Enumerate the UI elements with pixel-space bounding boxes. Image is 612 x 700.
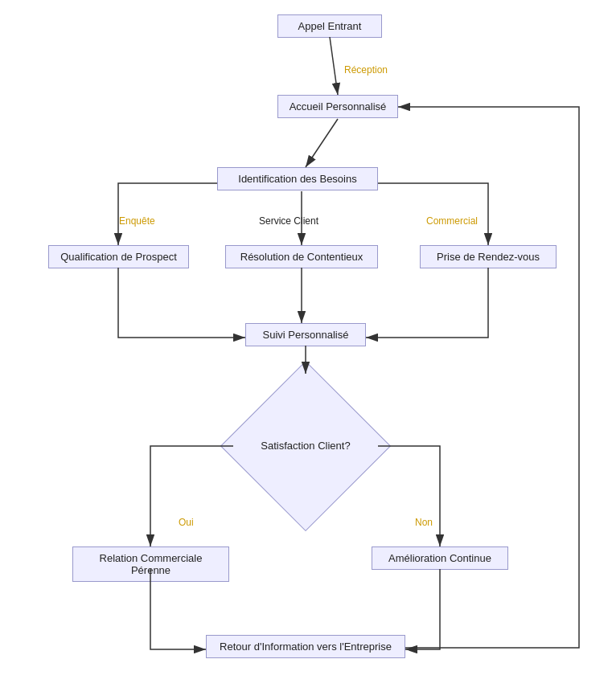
qualification-box: Qualification de Prospect [48,245,189,268]
relation-label: Relation Commerciale Pérenne [100,552,203,576]
appel-entrant-label: Appel Entrant [298,20,362,32]
satisfaction-label: Satisfaction Client? [261,439,350,453]
prise-rdv-box: Prise de Rendez-vous [420,245,557,268]
amelioration-box: Amélioration Continue [372,546,508,570]
resolution-box: Résolution de Contentieux [225,245,378,268]
non-label: Non [415,517,433,528]
retour-label: Retour d'Information vers l'Entreprise [220,641,392,653]
oui-label: Oui [179,517,194,528]
identification-label: Identification des Besoins [238,173,356,185]
commercial-label: Commercial [426,215,478,227]
retour-box: Retour d'Information vers l'Entreprise [206,635,405,658]
svg-line-2 [306,119,338,167]
identification-box: Identification des Besoins [217,167,378,190]
qualification-label: Qualification de Prospect [60,251,177,263]
enquete-label: Enquête [119,215,155,227]
svg-line-1 [330,37,338,95]
amelioration-label: Amélioration Continue [388,552,491,564]
service-client-label: Service Client [259,215,318,227]
prise-rdv-label: Prise de Rendez-vous [437,251,540,263]
accueil-box: Accueil Personnalisé [277,95,398,118]
relation-box: Relation Commerciale Pérenne [72,546,229,582]
resolution-label: Résolution de Contentieux [240,251,364,263]
suivi-box: Suivi Personnalisé [245,323,366,346]
satisfaction-wrapper: Satisfaction Client? [233,374,378,518]
appel-entrant-box: Appel Entrant [277,14,382,38]
suivi-label: Suivi Personnalisé [263,329,349,341]
reception-label: Réception [344,64,388,76]
accueil-label: Accueil Personnalisé [290,100,387,113]
